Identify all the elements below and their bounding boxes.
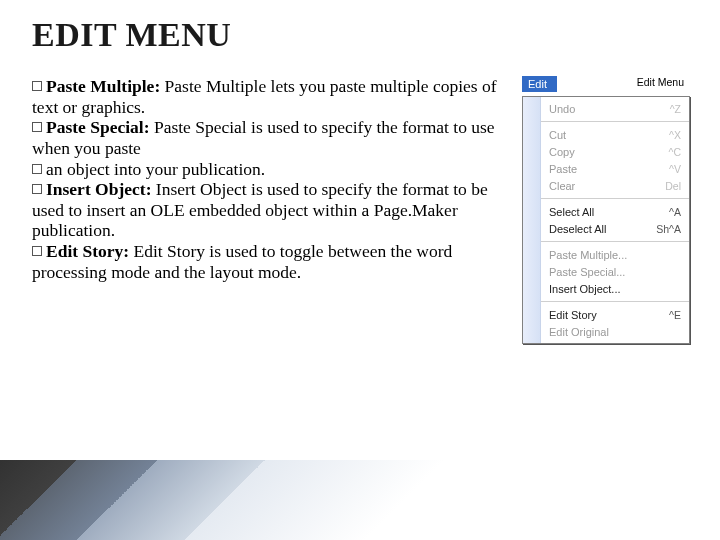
checkbox-icon [32,81,42,91]
menu-separator [541,241,689,242]
menu-item-edit-original[interactable]: Edit Original [547,323,683,340]
menu-item-label: Copy [549,146,575,158]
menu-item-shortcut: Sh^A [656,223,681,235]
menu-item-select-all[interactable]: Select All ^A [547,203,683,220]
menu-item-label: Paste Multiple... [549,249,627,261]
menu-item-edit-story[interactable]: Edit Story ^E [547,306,683,323]
edit-menu-panel: Edit Edit Menu Undo ^Z Cut ^X [522,76,690,344]
slide: EDIT MENU Paste Multiple: Paste Multiple… [0,0,720,540]
menu-item-clear[interactable]: Clear Del [547,177,683,194]
menu-item-shortcut: ^Z [670,103,681,115]
checkbox-icon [32,164,42,174]
checkbox-icon [32,122,42,132]
bullet-bold: Paste Multiple: [46,76,160,96]
menu-item-paste[interactable]: Paste ^V [547,160,683,177]
menu-item-shortcut: ^C [668,146,681,158]
menu-item-insert-object[interactable]: Insert Object... [547,280,683,297]
menu-item-paste-special[interactable]: Paste Special... [547,263,683,280]
bullet-bold: Insert Object: [46,179,151,199]
page-title: EDIT MENU [32,16,690,54]
menu-group: Paste Multiple... Paste Special... Inser… [541,243,689,300]
menu-item-label: Edit Original [549,326,609,338]
edit-menu-dropdown: Undo ^Z Cut ^X Copy ^C Paste [522,96,690,344]
menu-group: Edit Story ^E Edit Original [541,303,689,343]
menu-item-label: Insert Object... [549,283,621,295]
bullet-text: an object into your publication. [46,159,265,179]
menu-separator [541,198,689,199]
list-item: Edit Story: Edit Story is used to toggle… [32,241,510,282]
menu-item-paste-multiple[interactable]: Paste Multiple... [547,246,683,263]
menu-item-label: Select All [549,206,594,218]
menu-group: Cut ^X Copy ^C Paste ^V Clear Del [541,123,689,197]
bullet-bold: Edit Story: [46,241,129,261]
checkbox-icon [32,246,42,256]
menu-item-copy[interactable]: Copy ^C [547,143,683,160]
menu-item-shortcut: ^A [669,206,681,218]
menu-group: Select All ^A Deselect All Sh^A [541,200,689,240]
list-item: Insert Object: Insert Object is used to … [32,179,510,241]
menu-header: Edit Edit Menu [522,76,690,94]
menu-item-shortcut: Del [665,180,681,192]
list-item: Paste Special: Paste Special is used to … [32,117,510,158]
menu-item-shortcut: ^E [669,309,681,321]
menu-item-shortcut: ^X [669,129,681,141]
menu-item-label: Undo [549,103,575,115]
menu-item-deselect-all[interactable]: Deselect All Sh^A [547,220,683,237]
menu-item-label: Clear [549,180,575,192]
decorative-stripe [0,460,445,540]
menu-group: Undo ^Z [541,97,689,120]
menu-caption: Edit Menu [637,76,690,88]
checkbox-icon [32,184,42,194]
menu-item-label: Deselect All [549,223,606,235]
bullet-bold: Paste Special: [46,117,150,137]
menu-item-label: Edit Story [549,309,597,321]
menu-item-label: Cut [549,129,566,141]
menu-item-label: Paste Special... [549,266,625,278]
edit-menu-tab[interactable]: Edit [522,76,557,92]
menu-item-shortcut: ^V [669,163,681,175]
menu-item-undo[interactable]: Undo ^Z [547,100,683,117]
menu-separator [541,121,689,122]
menu-item-label: Paste [549,163,577,175]
bullet-list: Paste Multiple: Paste Multiple lets you … [32,76,514,282]
content-area: Paste Multiple: Paste Multiple lets you … [32,76,690,344]
list-item: an object into your publication. [32,159,510,180]
list-item: Paste Multiple: Paste Multiple lets you … [32,76,510,117]
menu-item-cut[interactable]: Cut ^X [547,126,683,143]
menu-gutter [523,97,541,343]
menu-separator [541,301,689,302]
